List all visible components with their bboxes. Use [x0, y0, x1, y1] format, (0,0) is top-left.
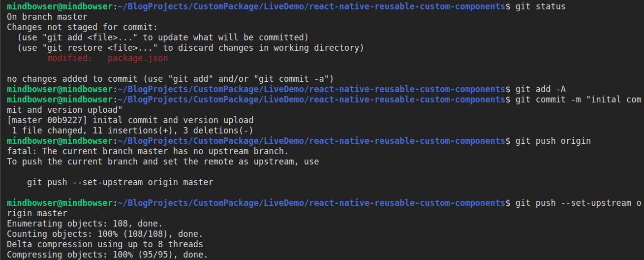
prompt-colon: : [113, 84, 118, 94]
terminal-output-line: fatal: The current branch master has no … [7, 146, 644, 157]
prompt-colon: : [113, 95, 118, 104]
prompt-command: $ git status [505, 1, 566, 11]
prompt-path: ~/BlogProjects/CustomPackage/LiveDemo/re… [118, 136, 505, 146]
terminal-prompt-line: mindbowser@mindbowser:~/BlogProjects/Cus… [7, 198, 644, 208]
output-text: (use "git restore <file>..." to discard … [7, 43, 365, 53]
terminal-output-line: To push the current branch and set the r… [7, 157, 644, 167]
terminal-output-line: Compressing objects: 100% (95/95), done. [7, 250, 644, 260]
output-text: git push --set-upstream origin master [7, 177, 214, 187]
output-text [7, 64, 12, 73]
terminal-body[interactable]: mindbowser@mindbowser:~/BlogProjects/Cus… [7, 1, 644, 260]
prompt-path: ~/BlogProjects/CustomPackage/LiveDemo/re… [118, 198, 505, 208]
prompt-colon: : [113, 1, 118, 11]
output-text: rigin master [7, 208, 67, 218]
prompt-path: ~/BlogProjects/CustomPackage/LiveDemo/re… [118, 1, 505, 11]
output-text: (use "git add <file>..." to update what … [7, 32, 309, 42]
output-text: 1 file changed, 11 insertions(+), 3 dele… [7, 126, 254, 135]
prompt-path: ~/BlogProjects/CustomPackage/LiveDemo/re… [118, 84, 505, 94]
terminal-output-line [7, 188, 644, 198]
output-text: mit and version upload" [7, 105, 123, 115]
output-text: On branch master [7, 12, 88, 22]
output-text: Compressing objects: 100% (95/95), done. [7, 250, 208, 260]
prompt-command: $ git push --set-upstream o [505, 198, 641, 208]
prompt-command: $ git commit -m "inital com [505, 95, 641, 104]
output-text [7, 188, 12, 197]
terminal-prompt-line: mindbowser@mindbowser:~/BlogProjects/Cus… [7, 1, 644, 12]
terminal-output-line: rigin master [7, 208, 644, 219]
output-text: no changes added to commit (use "git add… [7, 74, 334, 84]
terminal-prompt-line: mindbowser@mindbowser:~/BlogProjects/Cus… [7, 95, 644, 105]
terminal-output-line [7, 64, 644, 74]
output-text: Changes not staged for commit: [7, 22, 158, 32]
terminal-output-line: Changes not staged for commit: [7, 22, 644, 32]
terminal-output-line: Counting objects: 100% (108/108), done. [7, 229, 644, 239]
output-text: Counting objects: 100% (108/108), done. [7, 229, 203, 239]
output-text: [master 00b9227] inital commit and versi… [7, 115, 254, 125]
prompt-command: $ git push origin [505, 136, 591, 146]
terminal-window: mindbowser@mindbowser:~/BlogProjects/Cus… [0, 0, 644, 260]
prompt-command: $ git add -A [505, 84, 566, 94]
terminal-output-line: (use "git add <file>..." to update what … [7, 32, 644, 43]
terminal-output-line: Enumerating objects: 108, done. [7, 219, 644, 229]
terminal-output-line: git push --set-upstream origin master [7, 177, 644, 188]
prompt-colon: : [113, 136, 118, 146]
prompt-user: mindbowser@mindbowser [7, 95, 113, 104]
terminal-prompt-line: mindbowser@mindbowser:~/BlogProjects/Cus… [7, 84, 644, 95]
prompt-user: mindbowser@mindbowser [7, 1, 113, 11]
terminal-output-line: On branch master [7, 12, 644, 22]
output-text: Enumerating objects: 108, done. [7, 219, 163, 228]
terminal-output-line: modified: package.json [7, 53, 644, 64]
output-text: Delta compression using up to 8 threads [7, 239, 203, 249]
output-text: To push the current branch and set the r… [7, 157, 319, 166]
output-text: modified: package.json [7, 53, 168, 63]
prompt-user: mindbowser@mindbowser [7, 136, 113, 146]
terminal-output-line: 1 file changed, 11 insertions(+), 3 dele… [7, 126, 644, 136]
terminal-prompt-line: mindbowser@mindbowser:~/BlogProjects/Cus… [7, 136, 644, 146]
terminal-output-line: [master 00b9227] inital commit and versi… [7, 115, 644, 126]
terminal-output-line: no changes added to commit (use "git add… [7, 74, 644, 84]
prompt-colon: : [113, 198, 118, 208]
prompt-user: mindbowser@mindbowser [7, 84, 113, 94]
output-text: fatal: The current branch master has no … [7, 146, 289, 156]
output-text [7, 167, 12, 177]
terminal-output-line [7, 167, 644, 177]
prompt-user: mindbowser@mindbowser [7, 198, 113, 208]
prompt-path: ~/BlogProjects/CustomPackage/LiveDemo/re… [118, 95, 505, 104]
terminal-output-line: Delta compression using up to 8 threads [7, 239, 644, 250]
terminal-output-line: (use "git restore <file>..." to discard … [7, 43, 644, 53]
terminal-output-line: mit and version upload" [7, 105, 644, 115]
